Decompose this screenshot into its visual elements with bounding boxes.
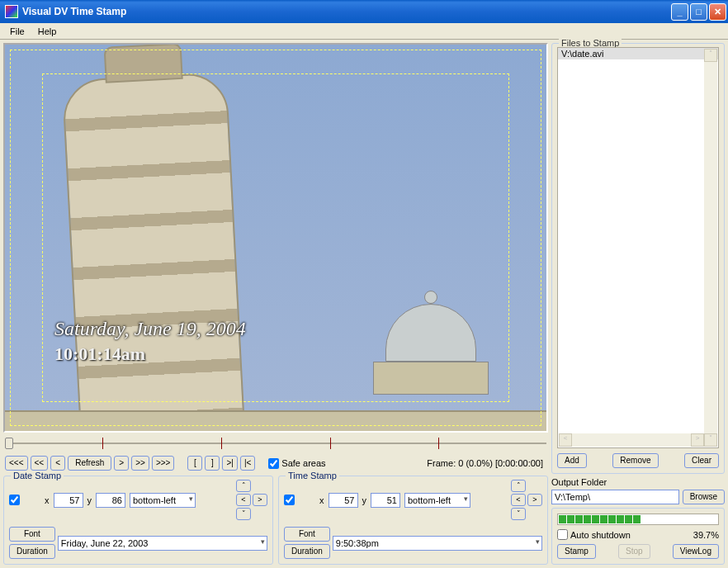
files-listbox[interactable]: V:\date.avi ˄˅ <> (557, 47, 719, 448)
nav-forward-button[interactable]: >> (131, 456, 149, 471)
menu-help[interactable]: Help (31, 25, 64, 38)
nav-forward-fast-button[interactable]: >>> (152, 456, 175, 471)
date-stamp-enable-checkbox[interactable] (9, 495, 20, 505)
refresh-button[interactable]: Refresh (68, 456, 111, 471)
frame-info: Frame: 0 (0.0%) [0:00:00:00] (427, 458, 546, 468)
date-anchor-select[interactable]: bottom-left (130, 493, 196, 508)
nav-rewind-fast-button[interactable]: <<< (5, 456, 28, 471)
stamp-button[interactable]: Stamp (557, 544, 596, 559)
maximize-button[interactable]: □ (690, 3, 707, 21)
nav-step-fwd-button[interactable]: > (114, 456, 129, 471)
close-button[interactable]: ✕ (709, 3, 726, 21)
auto-shutdown-checkbox[interactable]: Auto shutdown (557, 529, 631, 540)
nav-step-back-button[interactable]: < (50, 456, 65, 471)
stop-button[interactable]: Stop (618, 544, 650, 559)
date-value-select[interactable]: Friday, June 22, 2003 (58, 536, 267, 551)
overlay-time: 10:01:14am (54, 343, 246, 365)
date-y-input[interactable] (96, 493, 125, 508)
time-font-button[interactable]: Font (284, 527, 330, 542)
auto-shutdown-input[interactable] (557, 529, 568, 540)
list-item[interactable]: V:\date.avi (558, 48, 718, 59)
safe-areas-checkbox[interactable]: Safe areas (268, 458, 325, 469)
date-nudge-down-button[interactable]: ˅ (236, 508, 251, 520)
timeline-slider[interactable] (3, 436, 548, 451)
date-x-label: x (45, 495, 50, 505)
app-icon (5, 5, 18, 18)
nav-rewind-button[interactable]: << (31, 456, 49, 471)
date-stamp-group: Date Stamp x y bottom-left ˄ < > (3, 476, 273, 565)
time-x-label: x (319, 495, 324, 505)
overlay-date: Saturday, June 19, 2004 (54, 318, 246, 340)
goto-in-button[interactable]: |< (240, 456, 255, 471)
date-stamp-legend: Date Stamp (11, 471, 64, 480)
time-y-label: y (362, 495, 367, 505)
time-stamp-enable-checkbox[interactable] (284, 495, 295, 505)
safe-areas-label: Safe areas (281, 458, 325, 468)
time-nudge-down-button[interactable]: ˅ (511, 508, 526, 520)
files-to-stamp-group: Files to Stamp V:\date.avi ˄˅ <> Add Rem… (551, 43, 725, 474)
time-value-select[interactable]: 9:50:38pm (333, 536, 542, 551)
date-x-input[interactable] (54, 493, 83, 508)
progress-percent: 39.7% (693, 530, 719, 540)
time-nudge-up-button[interactable]: ˄ (511, 480, 526, 492)
time-x-input[interactable] (329, 493, 358, 508)
time-duration-button[interactable]: Duration (284, 544, 330, 559)
horizontal-scrollbar[interactable]: <> (559, 433, 704, 447)
vertical-scrollbar[interactable]: ˄˅ (704, 49, 717, 447)
process-group: Auto shutdown 39.7% Stamp Stop ViewLog (551, 508, 725, 565)
time-stamp-legend: Time Stamp (286, 471, 339, 480)
time-nudge-left-button[interactable]: < (511, 494, 526, 506)
window-title: Visual DV Time Stamp (22, 6, 671, 17)
date-nudge-right-button[interactable]: > (253, 494, 267, 506)
browse-button[interactable]: Browse (683, 490, 725, 504)
minimize-button[interactable]: _ (671, 3, 688, 21)
date-nudge-up-button[interactable]: ˄ (236, 480, 251, 492)
output-folder-label: Output Folder (551, 477, 725, 487)
time-nudge-right-button[interactable]: > (527, 494, 542, 506)
video-preview: Saturday, June 19, 2004 10:01:14am (3, 43, 548, 433)
date-font-button[interactable]: Font (9, 527, 55, 542)
output-folder-input[interactable] (551, 490, 679, 504)
mark-in-button[interactable]: [ (187, 456, 202, 471)
date-y-label: y (87, 495, 92, 505)
date-duration-button[interactable]: Duration (9, 544, 55, 559)
view-log-button[interactable]: ViewLog (673, 544, 719, 559)
progress-bar (557, 514, 719, 525)
goto-out-button[interactable]: >| (222, 456, 237, 471)
clear-button[interactable]: Clear (684, 453, 719, 468)
menu-file[interactable]: File (3, 25, 31, 38)
mark-out-button[interactable]: ] (205, 456, 220, 471)
auto-shutdown-label: Auto shutdown (570, 530, 631, 540)
menu-bar: File Help (0, 23, 728, 40)
date-nudge-left-button[interactable]: < (236, 494, 251, 506)
time-stamp-group: Time Stamp x y bottom-left ˄ < > (278, 476, 548, 565)
safe-areas-input[interactable] (268, 458, 279, 469)
add-button[interactable]: Add (557, 453, 587, 468)
time-anchor-select[interactable]: bottom-left (404, 493, 470, 508)
time-y-input[interactable] (371, 493, 400, 508)
title-bar: Visual DV Time Stamp _ □ ✕ (0, 0, 728, 23)
remove-button[interactable]: Remove (612, 453, 658, 468)
